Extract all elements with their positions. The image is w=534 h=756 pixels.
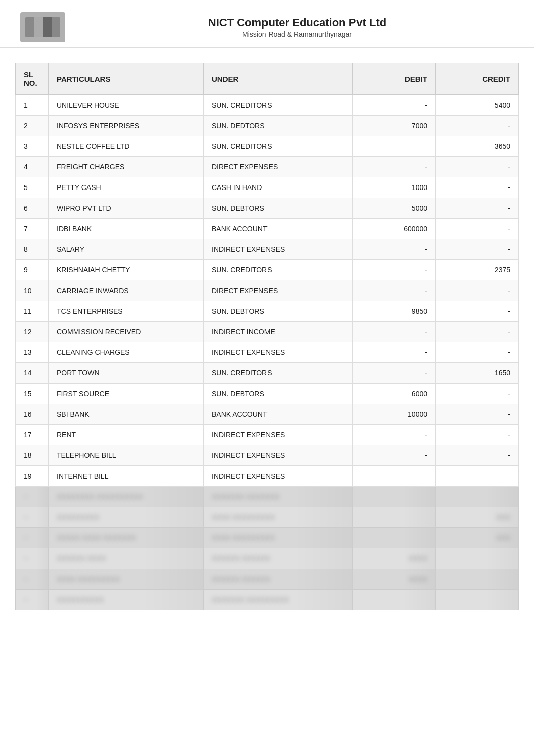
cell-debit: 10000	[353, 404, 436, 425]
cell-particulars: UNILEVER HOUSE	[49, 95, 204, 116]
cell-under: INDIRECT EXPENSES	[204, 342, 353, 363]
cell-particulars: PORT TOWN	[49, 363, 204, 384]
table-row: 15FIRST SOURCESUN. DEBTORS6000-	[16, 384, 519, 404]
cell-credit: -	[436, 239, 519, 260]
cell-debit: 1000	[353, 177, 436, 198]
cell-particulars: XXXXXXXXX	[49, 507, 204, 528]
cell-credit	[436, 569, 519, 590]
table-row: 4FREIGHT CHARGESDIRECT EXPENSES--	[16, 157, 519, 177]
cell-credit: 3650	[436, 136, 519, 157]
cell-debit: XXXX	[353, 569, 436, 590]
header: NICT Computer Education Pvt Ltd Mission …	[0, 0, 534, 48]
cell-debit: 5000	[353, 198, 436, 219]
cell-debit: -	[353, 425, 436, 445]
cell-debit: -	[353, 445, 436, 466]
cell-under: INDIRECT EXPENSES	[204, 445, 353, 466]
col-particulars: PARTICULARS	[49, 63, 204, 95]
cell-credit: -	[436, 301, 519, 322]
cell-credit: 5400	[436, 95, 519, 116]
ledger-table: SL NO. PARTICULARS UNDER DEBIT CREDIT 1U…	[15, 63, 519, 610]
col-under: UNDER	[204, 63, 353, 95]
cell-sl: 4	[16, 157, 49, 177]
cell-credit	[436, 548, 519, 569]
cell-particulars: PETTY CASH	[49, 177, 204, 198]
cell-debit	[353, 466, 436, 487]
cell-under: BANK ACCOUNT	[204, 219, 353, 239]
cell-under: DIRECT EXPENSES	[204, 280, 353, 301]
cell-credit: -	[436, 177, 519, 198]
cell-sl: 19	[16, 466, 49, 487]
table-row-blurred: ~XXXX XXXXXXXXXXXXXXX XXXXXXXXXX	[16, 569, 519, 590]
cell-credit: XXX	[436, 528, 519, 548]
cell-under: SUN. CREDITORS	[204, 260, 353, 280]
cell-under: XXXXXX XXXXXX	[204, 569, 353, 590]
cell-debit: 6000	[353, 384, 436, 404]
table-row: 9KRISHNAIAH CHETTYSUN. CREDITORS-2375	[16, 260, 519, 280]
table-row-blurred: ~XXXXXXXXXXXXX XXXXXXXXX XXX	[16, 507, 519, 528]
company-address: Mission Road & Ramamurthynagar	[80, 30, 514, 38]
header-text: NICT Computer Education Pvt Ltd Mission …	[80, 16, 514, 38]
cell-debit	[353, 590, 436, 610]
table-row-blurred: ~XXXXX XXXX XXXXXXXXXXX XXXXXXXXX XXX	[16, 528, 519, 548]
cell-credit: XXX	[436, 507, 519, 528]
cell-under: BANK ACCOUNT	[204, 404, 353, 425]
cell-particulars: XXXXXXXXXX	[49, 590, 204, 610]
cell-particulars: XXXX XXXXXXXXX	[49, 569, 204, 590]
cell-under: CASH IN HAND	[204, 177, 353, 198]
cell-credit: -	[436, 157, 519, 177]
table-row: 16SBI BANKBANK ACCOUNT10000-	[16, 404, 519, 425]
cell-credit: -	[436, 445, 519, 466]
cell-under: XXXX XXXXXXXXX	[204, 528, 353, 548]
cell-under: SUN. DEDTORS	[204, 116, 353, 136]
col-debit: DEBIT	[353, 63, 436, 95]
logo-image	[25, 17, 60, 37]
table-row: 1UNILEVER HOUSESUN. CREDITORS-5400	[16, 95, 519, 116]
cell-sl: 3	[16, 136, 49, 157]
cell-credit: -	[436, 342, 519, 363]
cell-credit: -	[436, 384, 519, 404]
cell-particulars: INTERNET BILL	[49, 466, 204, 487]
table-row: 6WIPRO PVT LTDSUN. DEBTORS5000-	[16, 198, 519, 219]
cell-credit: -	[436, 425, 519, 445]
table-row: 19INTERNET BILLINDIRECT EXPENSES	[16, 466, 519, 487]
cell-credit: -	[436, 116, 519, 136]
table-container: SL NO. PARTICULARS UNDER DEBIT CREDIT 1U…	[0, 63, 534, 630]
table-row: 10CARRIAGE INWARDSDIRECT EXPENSES--	[16, 280, 519, 301]
cell-particulars: RENT	[49, 425, 204, 445]
cell-debit: -	[353, 363, 436, 384]
table-row-blurred: ~XXXXXX XXXXXXXXXX XXXXXXXXXX	[16, 548, 519, 569]
cell-under: INDIRECT EXPENSES	[204, 425, 353, 445]
table-row: 14PORT TOWNSUN. CREDITORS-1650	[16, 363, 519, 384]
cell-debit	[353, 136, 436, 157]
cell-particulars: SBI BANK	[49, 404, 204, 425]
cell-debit: 7000	[353, 116, 436, 136]
cell-credit: -	[436, 219, 519, 239]
cell-credit: -	[436, 280, 519, 301]
cell-sl: 12	[16, 322, 49, 342]
cell-credit: -	[436, 198, 519, 219]
table-row: 11TCS ENTERPRISESSUN. DEBTORS9850-	[16, 301, 519, 322]
cell-sl: 2	[16, 116, 49, 136]
cell-particulars: TCS ENTERPRISES	[49, 301, 204, 322]
table-row: 17RENTINDIRECT EXPENSES--	[16, 425, 519, 445]
table-row: 3NESTLE COFFEE LTDSUN. CREDITORS3650	[16, 136, 519, 157]
cell-sl: 10	[16, 280, 49, 301]
cell-under: XXXXXXX XXXXXXXXX	[204, 590, 353, 610]
cell-credit: -	[436, 404, 519, 425]
cell-particulars: FIRST SOURCE	[49, 384, 204, 404]
cell-under: XXXX XXXXXXXXX	[204, 507, 353, 528]
cell-debit: XXXX	[353, 548, 436, 569]
cell-sl: 6	[16, 198, 49, 219]
cell-credit	[436, 487, 519, 507]
cell-particulars: NESTLE COFFEE LTD	[49, 136, 204, 157]
col-sl: SL NO.	[16, 63, 49, 95]
cell-particulars: IDBI BANK	[49, 219, 204, 239]
cell-under: INDIRECT EXPENSES	[204, 466, 353, 487]
col-credit: CREDIT	[436, 63, 519, 95]
cell-particulars: SALARY	[49, 239, 204, 260]
cell-sl: 9	[16, 260, 49, 280]
cell-sl: 14	[16, 363, 49, 384]
cell-particulars: KRISHNAIAH CHETTY	[49, 260, 204, 280]
table-row: 8SALARYINDIRECT EXPENSES--	[16, 239, 519, 260]
cell-debit	[353, 528, 436, 548]
